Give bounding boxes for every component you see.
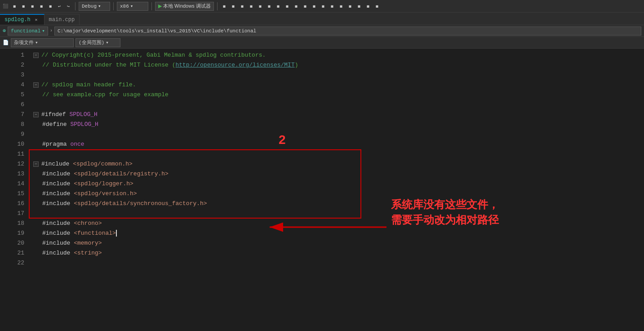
sep3 [151,2,152,10]
range-label: (全局范围) [79,39,104,46]
tab-spdlog[interactable]: spdlog.h ✕ [0,14,44,25]
x86-dropdown[interactable]: x86 ▾ [117,2,148,11]
file-dropdown[interactable]: 杂项文件 ▾ [11,38,74,47]
code-line-14: #include <spdlog/logger.h> [33,179,644,189]
code-text-19: #include <functional> [42,228,120,238]
code-text-15: #include <spdlog/version.h> [42,189,137,199]
line-number-17: 17 [6,209,29,219]
toolbar-icon25: ◼ [373,3,381,10]
vs-icon: ⬛ [2,3,9,10]
collapse-btn-12[interactable]: − [33,161,39,167]
toolbar-icon17: ◼ [302,3,309,10]
scope-bar: 📄 杂项文件 ▾ (全局范围) ▾ [0,37,644,49]
run-button[interactable]: ▶ 本地 Windows 调试器 [155,2,214,11]
line-number-22: 22 [6,258,29,268]
toolbar-icon15: ◼ [284,3,291,10]
nav-path: C:\major\development\tools\vs_install\vs… [54,27,641,36]
toolbar: ⬛ ◼ ◼ ◼ ◼ ◼ ↩ ↪ Debug ▾ x86 ▾ ▶ 本地 Windo… [0,0,644,13]
line-number-20: 20 [6,238,29,248]
nav-symbol-label: functional [11,28,40,34]
nav-separator: › [50,28,53,33]
line-number-7: 7 [6,110,29,120]
line-number-12: 12 [6,159,29,169]
code-text-2: // Distributed under the MIT License (ht… [42,60,298,70]
code-content[interactable]: −// Copyright(c) 2015-present, Gabi Melm… [29,49,644,331]
collapse-btn-1[interactable]: − [33,53,39,58]
line-number-5: 5 [6,90,29,100]
toolbar-icon6: ↩ [56,3,63,10]
tab-bar: spdlog.h ✕ main.cpp [0,13,644,25]
toolbar-icon7: ↪ [65,3,72,10]
toolbar-icon23: ◼ [355,3,363,10]
line-number-14: 14 [6,179,29,189]
toolbar-icon14: ◼ [275,3,282,10]
code-line-21: #include <string> [33,248,644,258]
toolbar-icon8: ◼ [221,3,228,10]
code-line-3 [33,70,644,80]
code-text-13: #include <spdlog/details/registry.h> [42,169,169,179]
left-margin [0,49,6,331]
toolbar-icon20: ◼ [329,3,336,10]
tab-main-label: main.cpp [49,17,75,23]
toolbar-icon5: ◼ [47,3,54,10]
code-line-17 [33,209,644,219]
tab-spdlog-close[interactable]: ✕ [33,17,40,23]
line-number-21: 21 [6,248,29,258]
code-text-7: #ifndef SPDLOG_H [41,110,98,120]
file-label: 杂项文件 [14,39,34,46]
line-number-8: 8 [6,120,29,130]
nav-symbol-dropdown[interactable]: functional ▾ [8,27,48,36]
line-number-16: 16 [6,199,29,209]
toolbar-icon4: ◼ [38,3,45,10]
toolbar-icon21: ◼ [338,3,345,10]
code-text-10: #pragma once [42,139,84,149]
code-line-22 [33,258,644,268]
toolbar-icon24: ◼ [364,3,372,10]
code-line-7: −#ifndef SPDLOG_H [33,110,644,120]
line-number-4: 4 [6,80,29,90]
code-line-19: #include <functional> [33,228,644,238]
toolbar-icon11: ◼ [248,3,255,10]
collapse-btn-4[interactable]: − [33,82,39,88]
code-text-21: #include <string> [42,248,102,258]
line-number-9: 9 [6,130,29,139]
line-number-11: 11 [6,149,29,159]
toolbar-icon2: ◼ [20,3,27,10]
debug-dropdown[interactable]: Debug ▾ [79,2,110,11]
code-text-4: // spdlog main header file. [41,80,136,90]
code-text-16: #include <spdlog/details/synchronous_fac… [42,199,207,209]
code-line-11 [33,149,644,159]
toolbar-icon16: ◼ [293,3,300,10]
code-line-16: #include <spdlog/details/synchronous_fac… [33,199,644,209]
toolbar-icon18: ◼ [311,3,318,10]
nav-bar: ⊕ functional ▾ › C:\major\development\to… [0,25,644,37]
code-line-18: #include <chrono> [33,219,644,228]
tab-main[interactable]: main.cpp [44,14,80,25]
code-line-12: −#include <spdlog/common.h> [33,159,644,169]
line-number-18: 18 [6,219,29,228]
toolbar-icon3: ◼ [29,3,36,10]
range-dropdown[interactable]: (全局范围) ▾ [76,38,120,47]
code-line-10: #pragma once [33,139,644,149]
line-number-19: 19 [6,228,29,238]
line-number-3: 3 [6,70,29,80]
code-text-12: #include <spdlog/common.h> [41,159,133,169]
code-line-6 [33,100,644,110]
line-number-13: 13 [6,169,29,179]
sep1 [75,2,76,10]
toolbar-icon22: ◼ [346,3,354,10]
code-line-8: #define SPDLOG_H [33,120,644,130]
file-icon: 📄 [3,40,9,45]
line-number-2: 2 [6,60,29,70]
toolbar-icon1: ◼ [11,3,18,10]
code-text-1: // Copyright(c) 2015-present, Gabi Melma… [41,50,266,60]
code-line-13: #include <spdlog/details/registry.h> [33,169,644,179]
code-line-9 [33,130,644,139]
code-text-18: #include <chrono> [42,219,102,228]
code-line-4: −// spdlog main header file. [33,80,644,90]
toolbar-icon19: ◼ [320,3,327,10]
toolbar-icon10: ◼ [239,3,246,10]
collapse-btn-7[interactable]: − [33,112,39,117]
toolbar-icon12: ◼ [257,3,264,10]
code-text-5: // see example.cpp for usage example [42,90,169,100]
